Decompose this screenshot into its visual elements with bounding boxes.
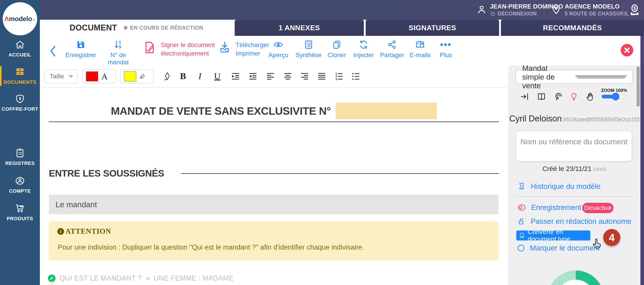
mandant-band[interactable]: Le mandant [49,195,498,214]
divider [516,196,633,197]
font-color-swatch [86,71,98,82]
summary-button[interactable]: Synthèse [292,39,325,59]
ellipsis-icon: ••• [440,42,452,47]
mandat-number-button[interactable]: 1 9 N° de mandat [99,39,137,66]
font-size-select[interactable]: Taille [44,70,78,83]
underline-button[interactable]: U [214,71,220,81]
status-dot [124,26,128,30]
outdent-icon[interactable] [248,72,258,81]
go-to-end-icon[interactable] [520,92,529,101]
sidebar-item-coffre-fort[interactable]: COFFRE-FORT [0,94,40,112]
action-toolbar: Enregistrer 1 9 N° de mandat Signer le d… [40,36,644,65]
created-time: 10h05 [592,166,606,172]
chevron-down-icon [68,75,74,78]
share-button[interactable]: Partager [375,39,409,59]
align-right-icon[interactable] [300,72,309,81]
sign-pen-icon [143,41,156,54]
info-icon: i [57,228,64,235]
question-connector [49,282,55,285]
question-label: QUI EST LE MANDANT ? [60,274,142,282]
download-print-button[interactable]: Télécharger Imprimer [218,41,269,58]
panel-scrollbar[interactable] [636,66,640,107]
svg-text:1: 1 [119,40,121,45]
logout-button[interactable]: DÉCONNEXION [490,11,537,17]
mark-document-link[interactable]: Marquer le document [518,244,600,252]
right-edge-strip [640,36,644,285]
question-row[interactable]: ✓ QUI EST LE MANDANT ? » UNE FEMME : MAD… [48,274,234,282]
sidebar-item-documents[interactable]: DOCUMENTS [0,66,40,85]
bullet-list-icon[interactable] [351,72,360,81]
circle-icon [518,245,524,251]
align-center-icon[interactable] [283,72,292,81]
tab-recommandes[interactable]: RECOMMANDÉS [501,20,644,36]
agency-address: 5 ROUTE DE CHASSORS, ... [565,11,635,17]
target-cursor-icon[interactable] [554,92,564,101]
font-color-button[interactable]: A [82,70,116,83]
mandat-number-field[interactable] [336,103,437,119]
autosave-status-badge[interactable]: Désactivé [582,203,614,213]
lightbulb-icon[interactable] [569,92,578,101]
tab-signatures[interactable]: SIGNATURES [366,20,499,36]
chevron-down-icon [575,75,628,79]
sort-numeric-icon: 1 9 [113,40,124,50]
highlighter-pen-icon [138,73,146,80]
justify-icon[interactable] [317,72,326,81]
save-button[interactable]: Enregistrer [62,39,100,59]
align-left-icon[interactable] [266,72,275,81]
indent-icon[interactable] [231,72,240,81]
home-icon [14,40,25,50]
clone-icon [332,40,342,50]
sidebar-item-registres[interactable]: REGISTRES [0,148,40,166]
autosave-record-icon [517,203,526,212]
template-select[interactable]: Mandat simple de vente [516,70,633,84]
back-chevron-button[interactable] [49,45,56,57]
document-id: #619caed80056856f3e2cc1f3 [563,116,640,123]
power-icon [490,11,496,17]
convert-document-button[interactable]: Convertir en document type [516,230,590,241]
tab-document[interactable]: DOCUMENT EN COURS DE RÉDACTION [40,20,233,36]
right-panel: Mandat simple de vente ZOOM 100% Cyril D… [508,65,640,285]
italic-button[interactable]: I [198,71,201,81]
emails-button[interactable]: E-mails [404,39,436,59]
section-rule [181,173,499,174]
document-name-input[interactable] [516,131,632,162]
tab-annexes[interactable]: 1 ANNEXES [235,20,364,36]
autonomous-mode-link[interactable]: Passer en rédaction autonome [517,217,631,226]
ordered-list-icon[interactable]: 1 2 3 [334,72,344,81]
svg-text:$: $ [633,6,636,11]
double-chevron-icon: » [146,274,150,282]
inject-button[interactable]: Injecter [348,39,379,59]
history-link[interactable]: Historique du modèle [518,182,600,191]
billing-money-icon[interactable]: $ [629,4,640,16]
completion-donut-chart [547,270,604,285]
notification-badge: 4 [603,229,620,246]
summary-list-icon [304,40,314,50]
highlight-color-swatch [124,71,136,82]
clear-format-icon[interactable] [162,72,172,81]
top-bar: JEAN-PIERRE DOMINGO DÉCONNEXION AGENCE M… [40,0,644,20]
sign-document-button[interactable]: Signer le document électroniquement [143,41,215,58]
sidebar-item-accueil[interactable]: ACCUEIL [0,40,40,58]
created-row: Créé le 23/11/21 10h05 [508,165,640,172]
pan-hand-icon[interactable] [585,92,595,101]
sidebar-item-produits[interactable]: PRODUITS [0,203,40,222]
check-icon: ✓ [48,274,56,282]
highlight-color-button[interactable] [120,70,154,83]
close-icon [624,47,630,54]
divider [49,121,499,122]
close-button[interactable] [621,44,633,57]
sidebar-item-compte[interactable]: COMPTE [0,176,40,194]
documents-drawer-icon [14,66,26,77]
attention-heading: i ATTENTION [57,227,111,235]
app-logo[interactable]: Λmodelo.fr [3,2,37,35]
preview-button[interactable]: Aperçu [263,39,294,59]
section-heading: ENTRE LES SOUSSIGNÉS [49,168,164,179]
logout-label: DÉCONNEXION [498,11,537,17]
sidebar: Λmodelo.fr ACCUEIL DOCUMENTS COFFRE-FORT [0,0,40,285]
zoom-slider-thumb[interactable] [612,93,619,100]
more-button[interactable]: ••• Plus [431,39,460,59]
logo-mark: Λ [4,15,9,23]
bold-button[interactable]: B [180,71,186,81]
reading-book-icon[interactable] [537,92,546,101]
clone-button[interactable]: Cloner [321,39,352,59]
